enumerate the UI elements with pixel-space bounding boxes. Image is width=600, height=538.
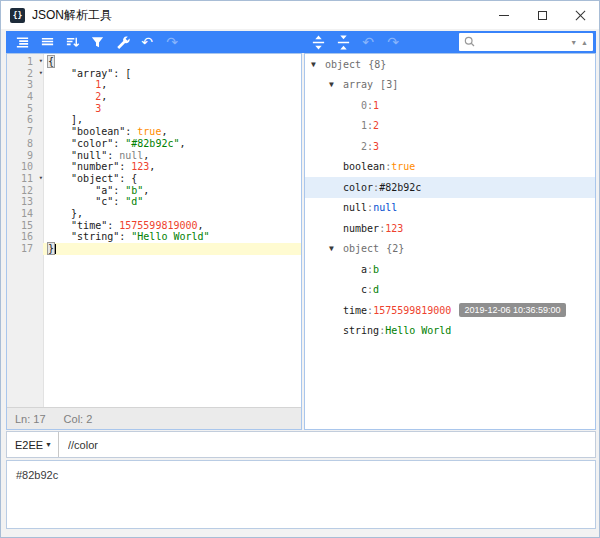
field-name: color [343,182,373,193]
editor-lines[interactable]: 1▾{2▾ "array": [3 1,4 2,5 36 ],7 "boolea… [7,54,301,407]
minimize-button[interactable] [485,1,523,29]
tree-row[interactable]: 1 : 2 [305,116,595,137]
sort-button[interactable] [63,33,81,51]
field-value[interactable]: 1 [373,100,379,111]
search-prev-icon[interactable]: ▲ [579,39,590,46]
repair-button[interactable] [113,33,131,51]
field-name: null [343,202,367,213]
maximize-icon [538,11,547,20]
editor-line[interactable]: 6 ], [7,114,301,126]
tree-row[interactable]: c : d [305,280,595,301]
search-box: ▼ ▲ [459,33,593,51]
timestamp-badge: 2019-12-06 10:36:59:00 [459,303,565,317]
editor-line[interactable]: 9 "null": null, [7,150,301,162]
editor-line[interactable]: 17} [7,243,301,255]
undo-button[interactable]: ↶ [138,33,156,51]
editor-statusbar: Ln: 17 Col: 2 [7,407,301,429]
search-next-icon[interactable]: ▼ [568,39,579,46]
editor-line[interactable]: 14 }, [7,208,301,220]
expand-all-button[interactable] [309,33,327,51]
query-input[interactable] [59,432,595,457]
window-controls [485,1,599,29]
editor-line[interactable]: 10 "number": 123, [7,161,301,173]
code-text: "object": { [43,173,301,185]
titlebar: {} JSON解析工具 [1,1,599,29]
query-mode-value: E2EE [15,439,43,451]
code-text: 1, [43,79,301,91]
window-title: JSON解析工具 [32,7,112,24]
code-text: "array": [ [43,68,301,80]
field-value[interactable]: d [373,284,379,295]
field-value[interactable]: 2 [373,120,379,131]
line-number: 11▾ [7,173,43,185]
tree-collapse-arrow-icon[interactable]: ▼ [329,244,343,253]
field-value[interactable]: b [373,264,379,275]
redo-button[interactable]: ↷ [163,33,181,51]
field-value[interactable]: true [391,161,415,172]
line-number: 9 [7,150,43,162]
field-value[interactable]: 3 [373,141,379,152]
line-number: 12 [7,185,43,197]
code-text: 2, [43,91,301,103]
field-value[interactable]: #82b92c [379,182,421,193]
tree-undo-button[interactable]: ↶ [359,33,377,51]
editor-line[interactable]: 13 "c": "d" [7,196,301,208]
editor-line[interactable]: 5 3 [7,103,301,115]
node-type-label: object [325,59,361,70]
editor-line[interactable]: 7 "boolean": true, [7,126,301,138]
transform-button[interactable] [88,33,106,51]
tree-row[interactable]: ▼object{2} [305,239,595,260]
code-text: ], [43,114,301,126]
editor-line[interactable]: 1▾{ [7,56,301,68]
query-mode-select[interactable]: E2EE ▼ [7,432,59,457]
tree-row[interactable]: string : Hello World [305,321,595,342]
line-number: 5 [7,103,43,115]
minimize-icon [499,15,509,16]
editor-line[interactable]: 11▾ "object": { [7,173,301,185]
code-text: { [43,56,301,68]
tree-row[interactable]: null : null [305,198,595,219]
code-editor-panel: 1▾{2▾ "array": [3 1,4 2,5 36 ],7 "boolea… [6,53,302,430]
tree-row[interactable]: ▼object{8} [305,54,595,75]
query-result[interactable]: #82b92c [6,460,596,529]
editor-line[interactable]: 3 1, [7,79,301,91]
json-tree-panel[interactable]: ▼object{8}▼array[3]0 : 11 : 22 : 3boolea… [304,53,596,430]
chevron-down-icon: ▼ [45,441,52,448]
collapse-all-button[interactable] [334,33,352,51]
editor-line[interactable]: 15 "time": 1575599819000, [7,220,301,232]
tree-row[interactable]: color : #82b92c [305,177,595,198]
editor-line[interactable]: 4 2, [7,91,301,103]
tree-row[interactable]: number : 123 [305,218,595,239]
expand-all-icon [311,35,326,50]
field-value[interactable]: Hello World [385,325,451,336]
tree-row[interactable]: 2 : 3 [305,136,595,157]
tree-row[interactable]: a : b [305,259,595,280]
close-button[interactable] [561,1,599,29]
search-input[interactable] [477,36,568,48]
tree-row[interactable]: ▼array[3] [305,75,595,96]
editor-line[interactable]: 12 "a": "b", [7,185,301,197]
line-number: 13 [7,196,43,208]
wrench-icon [115,35,130,50]
field-value[interactable]: 1575599819000 [373,305,451,316]
tree-row[interactable]: time : 15755998190002019-12-06 10:36:59:… [305,300,595,321]
editor-line[interactable]: 8 "color": "#82b92c", [7,138,301,150]
node-count: {8} [368,59,386,70]
tree-redo-button[interactable]: ↷ [384,33,402,51]
maximize-button[interactable] [523,1,561,29]
field-value[interactable]: 123 [385,223,403,234]
tree-row[interactable]: boolean : true [305,157,595,178]
compact-button[interactable] [38,33,56,51]
editor-line[interactable]: 2▾ "array": [ [7,68,301,80]
code-text: "string": "Hello World" [43,231,301,243]
undo-icon: ↶ [362,35,374,49]
tree-collapse-arrow-icon[interactable]: ▼ [311,60,325,69]
tree-row[interactable]: 0 : 1 [305,95,595,116]
redo-icon: ↷ [166,35,178,49]
field-value[interactable]: null [373,202,397,213]
format-button[interactable] [13,33,31,51]
tree-collapse-arrow-icon[interactable]: ▼ [329,80,343,89]
collapse-all-icon [336,35,351,50]
status-line: Ln: 17 [15,413,46,425]
field-name: number [343,223,379,234]
